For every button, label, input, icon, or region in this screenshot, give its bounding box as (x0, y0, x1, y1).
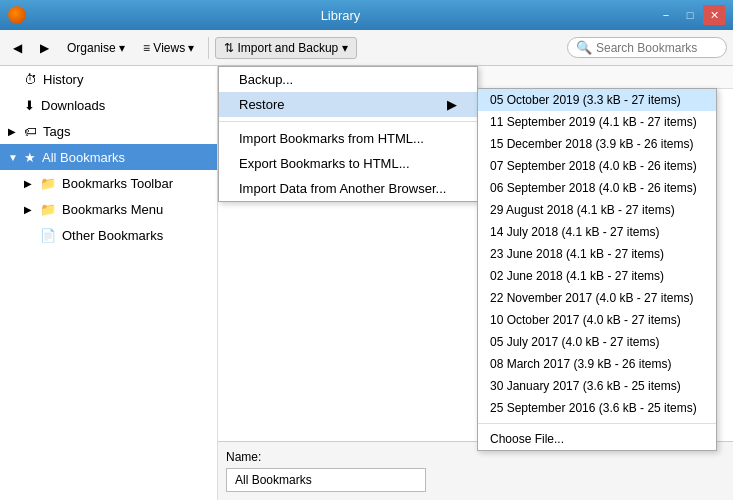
restore-item-12[interactable]: 08 March 2017 (3.9 kB - 26 items) (478, 353, 716, 375)
sidebar-item-other-bookmarks[interactable]: 📄 Other Bookmarks (0, 222, 217, 248)
restore-item-6[interactable]: 14 July 2018 (4.1 kB - 27 items) (478, 221, 716, 243)
submenu-arrow-icon: ▶ (447, 97, 457, 112)
search-box[interactable]: 🔍 (567, 37, 727, 58)
restore-item-10[interactable]: 10 October 2017 (4.0 kB - 27 items) (478, 309, 716, 331)
search-input[interactable] (596, 41, 716, 55)
close-button[interactable]: ✕ (703, 5, 725, 25)
sidebar: ⏱ History ⬇ Downloads ▶ 🏷 Tags ▼ ★ All B… (0, 66, 218, 500)
folder-icon: 📁 (40, 176, 56, 191)
import-icon: ⇅ (224, 41, 234, 55)
menu-separator (219, 121, 477, 122)
restore-item-8[interactable]: 02 June 2018 (4.1 kB - 27 items) (478, 265, 716, 287)
toolbar-separator (208, 37, 209, 59)
restore-item-9[interactable]: 22 November 2017 (4.0 kB - 27 items) (478, 287, 716, 309)
restore-item-14[interactable]: 25 September 2016 (3.6 kB - 25 items) (478, 397, 716, 419)
window-title: Library (26, 8, 655, 23)
menu-item-backup[interactable]: Backup... (219, 67, 477, 92)
menu-item-import-html[interactable]: Import Bookmarks from HTML... (219, 126, 477, 151)
expand-arrow: ▶ (8, 126, 18, 137)
sidebar-item-all-bookmarks[interactable]: ▼ ★ All Bookmarks (0, 144, 217, 170)
restore-item-0[interactable]: 05 October 2019 (3.3 kB - 27 items) (478, 89, 716, 111)
sidebar-item-tags[interactable]: ▶ 🏷 Tags (0, 118, 217, 144)
name-label: Name: (226, 450, 725, 464)
restore-item-1[interactable]: 11 September 2019 (4.1 kB - 27 items) (478, 111, 716, 133)
folder-icon: 📁 (40, 202, 56, 217)
maximize-button[interactable]: □ (679, 5, 701, 25)
import-backup-button[interactable]: ⇅ Import and Backup ▾ (215, 37, 357, 59)
restore-item-3[interactable]: 07 September 2018 (4.0 kB - 26 items) (478, 155, 716, 177)
expand-arrow: ▶ (24, 204, 34, 215)
forward-button[interactable]: ▶ (33, 37, 56, 59)
star-icon: ★ (24, 150, 36, 165)
menu-item-export-html[interactable]: Export Bookmarks to HTML... (219, 151, 477, 176)
menu-item-restore[interactable]: Restore ▶ (219, 92, 477, 117)
minimize-button[interactable]: − (655, 5, 677, 25)
tags-icon: 🏷 (24, 124, 37, 139)
sub-menu-separator (478, 423, 716, 424)
name-value: All Bookmarks (226, 468, 426, 492)
import-backup-menu[interactable]: Backup... Restore ▶ Import Bookmarks fro… (218, 66, 478, 202)
app-icon (8, 6, 26, 24)
expand-arrow: ▶ (24, 178, 34, 189)
sidebar-item-bookmarks-menu[interactable]: ▶ 📁 Bookmarks Menu (0, 196, 217, 222)
restore-item-13[interactable]: 30 January 2017 (3.6 kB - 25 items) (478, 375, 716, 397)
forward-icon: ▶ (40, 41, 49, 55)
views-button[interactable]: ≡ Views ▾ (136, 37, 201, 59)
bookmark-icon: 📄 (40, 228, 56, 243)
titlebar: Library − □ ✕ (0, 0, 733, 30)
restore-item-2[interactable]: 15 December 2018 (3.9 kB - 26 items) (478, 133, 716, 155)
expand-arrow: ▼ (8, 152, 18, 163)
restore-item-choose-file[interactable]: Choose File... (478, 428, 716, 450)
sidebar-item-bookmarks-toolbar[interactable]: ▶ 📁 Bookmarks Toolbar (0, 170, 217, 196)
back-icon: ◀ (13, 41, 22, 55)
downloads-icon: ⬇ (24, 98, 35, 113)
back-button[interactable]: ◀ (6, 37, 29, 59)
menu-item-import-browser[interactable]: Import Data from Another Browser... (219, 176, 477, 201)
restore-submenu[interactable]: 05 October 2019 (3.3 kB - 27 items) 11 S… (477, 88, 717, 451)
toolbar: ◀ ▶ Organise ▾ ≡ Views ▾ ⇅ Import and Ba… (0, 30, 733, 66)
history-icon: ⏱ (24, 72, 37, 87)
restore-item-7[interactable]: 23 June 2018 (4.1 kB - 27 items) (478, 243, 716, 265)
window-controls: − □ ✕ (655, 5, 725, 25)
restore-item-5[interactable]: 29 August 2018 (4.1 kB - 27 items) (478, 199, 716, 221)
restore-item-11[interactable]: 05 July 2017 (4.0 kB - 27 items) (478, 331, 716, 353)
search-icon: 🔍 (576, 40, 592, 55)
organise-button[interactable]: Organise ▾ (60, 37, 132, 59)
restore-item-4[interactable]: 06 September 2018 (4.0 kB - 26 items) (478, 177, 716, 199)
sidebar-item-downloads[interactable]: ⬇ Downloads (0, 92, 217, 118)
sidebar-item-history[interactable]: ⏱ History (0, 66, 217, 92)
